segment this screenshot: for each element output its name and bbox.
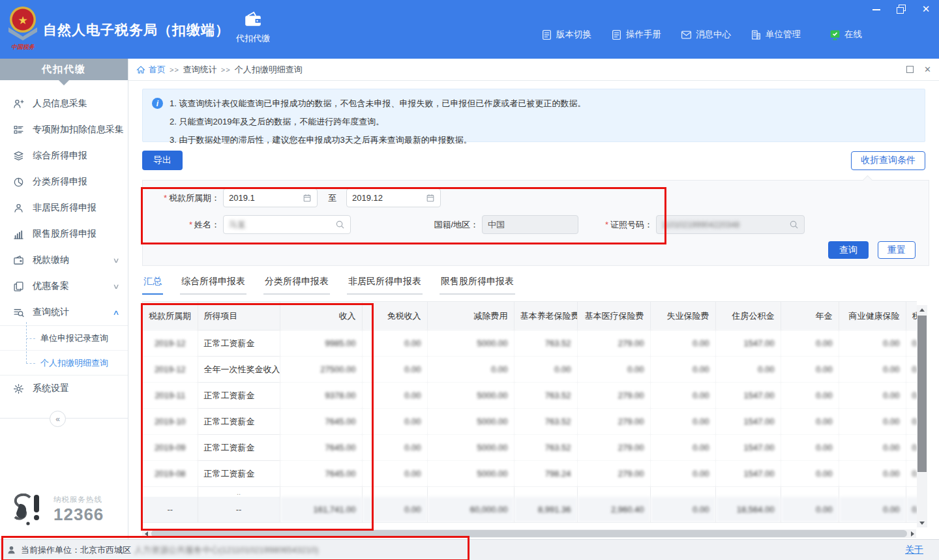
scroll-up-icon[interactable] <box>917 305 927 314</box>
sidebar-header-caret <box>59 80 69 85</box>
current-unit-visible: 北京市西城区 <box>80 544 131 556</box>
horizontal-scroll-thumb[interactable] <box>151 530 907 537</box>
header-menu-item-2[interactable]: 消息中心 <box>681 29 731 40</box>
panel-maximize-icon[interactable] <box>906 66 914 73</box>
current-unit-prefix: 当前操作单位： <box>21 544 80 556</box>
sidebar-collapse-button[interactable]: « <box>50 411 66 427</box>
doc-icon <box>541 29 552 40</box>
table-row[interactable]: 2019-11 正常工资薪金9378.000.005000.00763.5227… <box>143 383 917 409</box>
sidebar-item-label: 非居民所得申报 <box>33 202 119 214</box>
sidebar-item-label: 综合所得申报 <box>33 150 119 162</box>
total-value: 0.00 <box>839 497 906 523</box>
cell-value: 0.00 <box>781 435 839 461</box>
sidebar-item-label: 系统设置 <box>33 383 119 394</box>
header-menu-label: 在线 <box>844 29 862 40</box>
vertical-scroll-thumb[interactable] <box>917 316 927 472</box>
header-menu-item-3[interactable]: 单位管理 <box>751 29 801 40</box>
header-menu-item-1[interactable]: 操作手册 <box>611 29 661 40</box>
breadcrumb-home[interactable]: 首页 <box>136 64 166 76</box>
sidebar-item-3[interactable]: 分类所得申报 <box>0 169 128 195</box>
header-menu-item-0[interactable]: 版本切换 <box>541 29 591 40</box>
cell-value: 0.00 <box>781 383 839 409</box>
table-row-partial: .. <box>143 487 917 497</box>
main-content: 首页 >> 查询统计 >> 个人扣缴明细查询 ✕ i 1. 该查询统计表仅能查询… <box>128 59 939 539</box>
sidebar-item-8[interactable]: 查询统计∧ <box>0 299 128 325</box>
chevron-down-icon: ∨ <box>112 282 119 291</box>
cell-value: 0.00 <box>906 383 917 409</box>
sidebar-item-1[interactable]: 专项附加扣除信息采集 <box>0 117 128 143</box>
scroll-right-icon[interactable] <box>908 529 916 538</box>
vertical-scrollbar[interactable] <box>917 305 927 527</box>
search-button[interactable]: 查询 <box>828 241 869 259</box>
table-row[interactable]: 2019-09 正常工资薪金7645.000.005000.00763.5227… <box>143 435 917 461</box>
sidebar-item-label: 查询统计 <box>33 306 105 318</box>
breadcrumb-item[interactable]: 查询统计 <box>183 64 217 76</box>
cell-value: 5000.00 <box>427 383 514 409</box>
horizontal-scrollbar[interactable] <box>142 529 916 538</box>
sidebar-item-7[interactable]: 优惠备案∨ <box>0 273 128 299</box>
filter-row-period: 税款所属期： 2019.1 至 2019.12 <box>147 188 929 207</box>
table-row[interactable]: 2019-12 全年一次性奖金收入27500.000.000.000.000.0… <box>143 357 917 383</box>
sidebar-item-4[interactable]: 非居民所得申报 <box>0 195 128 221</box>
wallet-icon <box>243 10 263 27</box>
sidebar-item-9[interactable]: 系统设置 <box>0 376 128 402</box>
cell-partial-hint: .. <box>198 487 280 497</box>
about-link[interactable]: 关于 <box>905 544 923 556</box>
column-header: 基本养老保险费 <box>514 302 577 331</box>
cell-item: 正常工资薪金 <box>198 435 280 461</box>
name-value: 马某 <box>229 219 246 231</box>
panel-close-icon[interactable]: ✕ <box>924 65 931 74</box>
table-row[interactable]: 2019-10 正常工资薪金7645.000.005000.00763.5227… <box>143 409 917 435</box>
table-row[interactable]: 2019-08 正常工资薪金7645.000.005000.00798.2427… <box>143 461 917 487</box>
tab-3[interactable]: 非居民所得申报表 <box>347 276 423 295</box>
cell-value: 798.24 <box>514 461 577 487</box>
cell-value: 0.00 <box>839 409 906 435</box>
export-button[interactable]: 导出 <box>142 151 183 170</box>
toggle-filter-button[interactable]: 收折查询条件 <box>851 151 925 170</box>
status-bar: 当前操作单位：北京市西城区人力资源公共服务中心(1211010219980654… <box>0 539 939 560</box>
breadcrumb-separator: >> <box>221 66 231 74</box>
restore-icon[interactable] <box>896 4 906 14</box>
tab-2[interactable]: 分类所得申报表 <box>263 276 330 295</box>
scroll-down-icon[interactable] <box>917 518 927 527</box>
top-nav-module-tab[interactable]: 代扣代缴 <box>227 10 279 51</box>
header-menu-item-4[interactable]: 在线 <box>829 29 862 40</box>
org-icon <box>751 29 762 40</box>
sidebar-item-2[interactable]: 综合所得申报 <box>0 143 128 169</box>
reset-button[interactable]: 重置 <box>878 241 916 259</box>
cell-value: 0.00 <box>362 331 427 357</box>
name-input[interactable]: 马某 <box>223 215 351 234</box>
search-icon[interactable] <box>335 220 345 229</box>
cell-value: 7645.00 <box>280 409 362 435</box>
period-end-input[interactable]: 2019.12 <box>346 188 441 207</box>
calendar-icon[interactable] <box>303 194 312 203</box>
sidebar-item-0[interactable]: 人员信息采集 <box>0 91 128 117</box>
cell-value: 0.00 <box>650 461 715 487</box>
tab-0[interactable]: 汇总 <box>142 276 163 295</box>
sidebar-subitem-0[interactable]: 单位申报记录查询 <box>0 326 128 350</box>
cell-value: 0.00 <box>650 331 715 357</box>
calendar-icon[interactable] <box>426 194 435 203</box>
cell-value: 0.00 <box>906 435 917 461</box>
sidebar-item-5[interactable]: 限售股所得申报 <box>0 221 128 247</box>
cell-value: 5000.00 <box>427 435 514 461</box>
current-unit-blurred: 人力资源公共服务中心(12110102199806543210) <box>134 544 318 556</box>
sidebar-item-6[interactable]: 税款缴纳∨ <box>0 247 128 273</box>
person-add-icon <box>13 98 24 110</box>
tab-1[interactable]: 综合所得申报表 <box>180 276 246 295</box>
table-row[interactable]: 2019-12 正常工资薪金9985.000.005000.00763.5227… <box>143 331 917 357</box>
sidebar-subitem-1[interactable]: 个人扣缴明细查询 <box>0 350 128 375</box>
period-start-input[interactable]: 2019.1 <box>223 188 318 207</box>
notice-line: 1. 该查询统计表仅能查询已申报成功的数据，不包含未申报、申报失败，已申报但已作… <box>170 96 586 110</box>
id-input[interactable]: 110102199904220348 <box>656 215 805 234</box>
minimize-icon[interactable] <box>871 4 882 14</box>
cell-value: 0.00 <box>839 461 906 487</box>
hotline-label: 纳税服务热线 <box>53 495 104 505</box>
total-value: 0.00 <box>362 497 427 523</box>
notice-line: 2. 只能查询2019年及之后的数据，不能进行跨年度查询。 <box>170 115 586 128</box>
close-icon[interactable]: ✕ <box>921 4 931 14</box>
search-icon[interactable] <box>789 220 799 229</box>
tab-4[interactable]: 限售股所得申报表 <box>440 276 515 295</box>
form-grid-icon <box>13 125 24 136</box>
scroll-left-icon[interactable] <box>142 529 150 538</box>
